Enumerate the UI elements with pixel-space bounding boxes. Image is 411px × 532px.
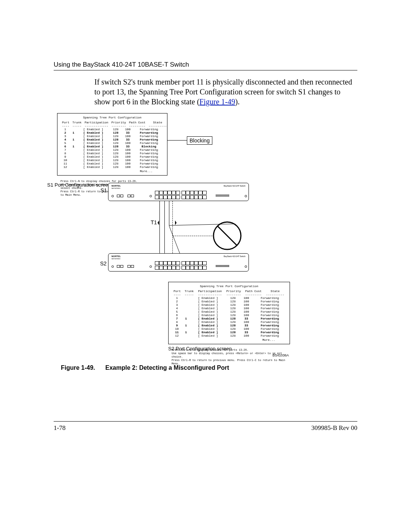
s2-ports-bottom [155,266,207,270]
table-row: 12[ Enabled ]128100Forwarding [172,334,287,337]
table-row: 7[ Enabled ]128100Forwarding [61,148,164,152]
s2-title: Spanning Tree Port Configuration [172,284,287,288]
s2-header-row: Port Trunk Participation Priority Path C… [172,289,287,293]
trunk-label-bracket [158,220,177,225]
switch-logo: NORTEL [112,185,121,187]
table-row: 10[ Enabled ]128100Forwarding [172,327,287,331]
footer-rev: 309985-B Rev 00 [311,424,357,432]
s1-screen-label: S1 Port Configuration screen [47,182,111,188]
switch2-model: BayStack 410-24T Switch [224,255,245,257]
s1-underline-row: ---- ----- ------------- -------- ------… [61,124,168,128]
s1-ports-bottom [155,195,207,199]
s1-header-row: Port Trunk Participation Priority Path C… [61,121,168,124]
page-header-title: Using the BayStack 410-24T 10BASE-T Swit… [54,61,189,69]
switch-model: BayStack 410-24T Switch [224,185,245,187]
trunk-label: T1 [151,219,157,225]
s1-ports-top [155,191,207,195]
prohibit-icon [212,221,242,251]
table-row: 1[ Enabled ]128100Forwarding [61,128,164,131]
s2-mgmt-ports [117,265,123,268]
s1-mgmt-ports [117,195,123,197]
s1-title: Spanning Tree Port Configuration [61,116,164,119]
s1-mgmt-ports-2 [127,195,134,197]
s2-led-grid [216,265,229,267]
figure-link[interactable]: Figure 1-49 [199,97,235,106]
blocking-callout: Blocking [187,136,212,145]
s1-device-label: S1 [100,187,107,193]
dash-hline [173,236,212,236]
switch-s1: NORTEL NETWORKS BayStack 410-24T Switch [108,183,249,201]
table-row: 3[ Enabled ]128100Forwarding [61,134,164,138]
table-row: 71[ Enabled ]12833Forwarding [172,317,287,320]
table-row: 11[ Enabled ]128100Forwarding [61,162,164,165]
figure-text: Example 2: Detecting a Misconfigured Por… [105,364,229,371]
table-row: 4[ Enabled ]128100Forwarding [172,307,287,310]
s1-rows: 1[ Enabled ]128100Forwarding21[ Enabled … [61,128,164,169]
callout-line [167,140,187,141]
table-row: 9[ Enabled ]128100Forwarding [61,155,164,158]
s2-ports-top [155,261,207,265]
switch-s2: NORTEL NETWORKS BayStack 410-24T Switch [108,253,249,272]
table-row: 21[ Enabled ]12833Forwarding [61,131,164,134]
table-row: 10[ Enabled ]128100Forwarding [61,158,164,162]
s1-config-screen: Spanning Tree Port Configuration Port Tr… [57,113,167,176]
table-row: 5[ Enabled ]128100Forwarding [61,141,164,145]
table-row: 6[ Enabled ]128100Forwarding [172,313,287,317]
figure-code-id: BS41036A [272,353,289,357]
s1-more: More... [61,169,164,173]
s2-screen-label: S2 Port Configuration screen [168,346,232,351]
table-row: 1[ Enabled ]128100Forwarding [172,296,287,300]
s2-mgmt-ports-2 [127,265,134,268]
s2-underline-row: ---- ----- ------------- -------- ------… [172,293,287,296]
figure-caption: Figure 1-49. Example 2: Detecting a Misc… [61,364,229,371]
footer-rule [54,421,357,422]
figure-label: Figure 1-49. [61,364,95,371]
table-row: 91[ Enabled ]12833Forwarding [172,324,287,327]
s1-table: Port Trunk Participation Priority Path C… [61,121,168,128]
table-row: 12[ Enabled ]128100Forwarding [61,165,164,169]
table-row: 3[ Enabled ]128100Forwarding [172,303,287,307]
svg-line-3 [217,226,237,246]
s2-config-screen: Spanning Tree Port Configuration Port Tr… [168,282,290,344]
table-row: 41[ Enabled ]12833Forwarding [61,138,164,141]
body-paragraph: If switch S2's trunk member port 11 is p… [94,77,357,107]
switch2-logo-sub: NETWORKS [112,258,120,260]
table-row: 5[ Enabled ]128100Forwarding [172,310,287,313]
table-row: 8[ Enabled ]128100Forwarding [61,152,164,155]
header-rule [54,70,357,70]
s2-rows: 1[ Enabled ]128100Forwarding2[ Enabled ]… [172,296,287,337]
s1-led-grid [216,195,229,197]
s2-device-label: S2 [100,260,107,267]
table-row: 111[ Enabled ]12833Forwarding [172,331,287,334]
table-row: 2[ Enabled ]128100Forwarding [172,300,287,303]
switch2-logo: NORTEL [112,255,121,257]
body-text-suffix: ). [235,97,240,106]
footer-page: 1-78 [54,424,65,432]
table-row: 61[ Enabled ]12833Blocking [61,145,164,148]
s2-more: More... [172,338,287,342]
switch-logo-sub: NETWORKS [112,187,120,189]
table-row: 8[ Enabled ]128100Forwarding [172,320,287,324]
s2-table: Port Trunk Participation Priority Path C… [172,289,287,296]
